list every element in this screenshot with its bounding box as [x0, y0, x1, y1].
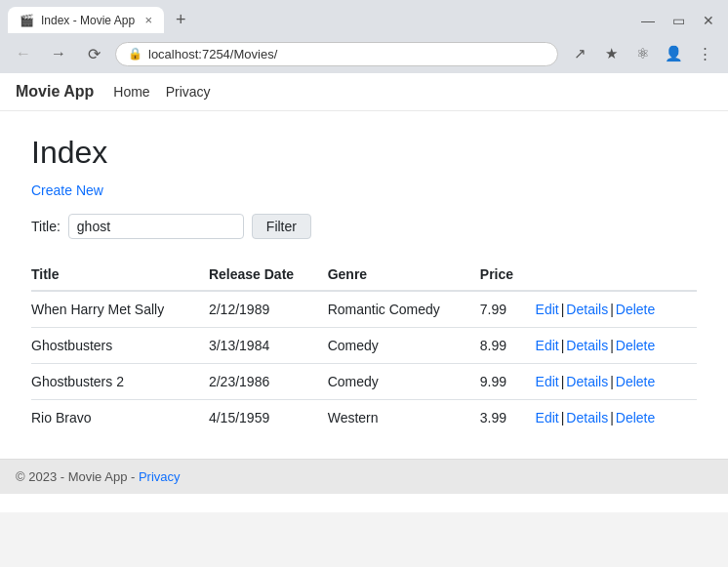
cell-genre: Comedy [328, 364, 480, 400]
cell-title: When Harry Met Sally [31, 291, 209, 328]
action-sep-1: | [561, 338, 565, 353]
footer-privacy-link[interactable]: Privacy [139, 469, 181, 484]
browser-tab: 🎬 Index - Movie App × [8, 7, 164, 33]
new-tab-button[interactable]: + [168, 6, 194, 34]
cell-genre: Western [328, 400, 480, 436]
edit-link[interactable]: Edit [536, 302, 559, 317]
footer-text: © 2023 - Movie App - [16, 469, 139, 484]
table-row: When Harry Met Sally 2/12/1989 Romantic … [31, 291, 697, 328]
address-bar[interactable]: 🔒 localhost:7254/Movies/ [115, 42, 558, 66]
action-sep-1: | [561, 410, 565, 425]
cell-release-date: 3/13/1984 [209, 328, 328, 364]
site-footer: © 2023 - Movie App - Privacy [0, 459, 728, 494]
forward-button[interactable]: → [45, 40, 72, 67]
window-controls: ― ▭ ✕ [635, 11, 720, 30]
window-close-button[interactable]: ✕ [697, 11, 720, 30]
create-new-link[interactable]: Create New [31, 182, 103, 198]
edit-link[interactable]: Edit [536, 410, 559, 425]
menu-button[interactable]: ⋮ [691, 40, 718, 67]
cell-actions: Edit | Details | Delete [536, 328, 697, 364]
share-button[interactable]: ↗ [566, 40, 593, 67]
tab-close-button[interactable]: × [144, 13, 152, 27]
cell-title: Ghostbusters 2 [31, 364, 209, 400]
action-sep-2: | [610, 410, 614, 425]
delete-link[interactable]: Delete [616, 302, 655, 317]
toolbar-icons: ↗ ★ ⚛ 👤 ⋮ [566, 40, 718, 67]
browser-toolbar: ← → ⟳ 🔒 localhost:7254/Movies/ ↗ ★ ⚛ 👤 ⋮ [0, 34, 728, 73]
details-link[interactable]: Details [566, 338, 608, 353]
details-link[interactable]: Details [566, 410, 608, 425]
action-sep-2: | [610, 374, 614, 389]
cell-release-date: 2/12/1989 [209, 291, 328, 328]
url-text: localhost:7254/Movies/ [148, 47, 546, 61]
col-header-release-date: Release Date [209, 259, 328, 291]
cell-price: 7.99 [480, 291, 536, 328]
delete-link[interactable]: Delete [616, 410, 655, 425]
title-filter-input[interactable] [68, 214, 244, 239]
cell-actions: Edit | Details | Delete [536, 400, 697, 436]
table-row: Ghostbusters 3/13/1984 Comedy 8.99 Edit … [31, 328, 697, 364]
reload-button[interactable]: ⟳ [80, 40, 107, 67]
tab-title: Index - Movie App [41, 14, 135, 27]
page-title: Index [31, 135, 697, 171]
cell-price: 8.99 [480, 328, 536, 364]
nav-link-privacy[interactable]: Privacy [166, 84, 211, 100]
action-sep-2: | [610, 338, 614, 353]
main-content: Index Create New Title: Filter Title Rel… [0, 111, 728, 459]
edit-link[interactable]: Edit [536, 374, 559, 389]
cell-price: 9.99 [480, 364, 536, 400]
cell-price: 3.99 [480, 400, 536, 436]
col-header-title: Title [31, 259, 209, 291]
browser-title-bar: 🎬 Index - Movie App × + ― ▭ ✕ [0, 0, 728, 34]
movies-table: Title Release Date Genre Price When Harr… [31, 259, 697, 435]
cell-release-date: 2/23/1986 [209, 364, 328, 400]
cell-genre: Comedy [328, 328, 480, 364]
details-link[interactable]: Details [566, 302, 608, 317]
table-row: Rio Bravo 4/15/1959 Western 3.99 Edit | … [31, 400, 697, 436]
extensions-button[interactable]: ⚛ [628, 40, 656, 67]
col-header-actions [536, 259, 697, 291]
edit-link[interactable]: Edit [536, 338, 559, 353]
cell-actions: Edit | Details | Delete [536, 364, 697, 400]
cell-genre: Romantic Comedy [328, 291, 480, 328]
window-restore-button[interactable]: ▭ [667, 11, 691, 30]
site-nav-links: Home Privacy [113, 84, 210, 100]
delete-link[interactable]: Delete [616, 374, 655, 389]
profile-button[interactable]: 👤 [660, 40, 687, 67]
col-header-genre: Genre [328, 259, 480, 291]
cell-actions: Edit | Details | Delete [536, 291, 697, 328]
site-brand: Movie App [16, 83, 94, 101]
details-link[interactable]: Details [566, 374, 608, 389]
filter-form: Title: Filter [31, 214, 697, 239]
delete-link[interactable]: Delete [616, 338, 655, 353]
filter-button[interactable]: Filter [252, 214, 311, 239]
bookmark-button[interactable]: ★ [597, 40, 625, 67]
lock-icon: 🔒 [128, 47, 142, 61]
cell-title: Ghostbusters [31, 328, 209, 364]
action-sep-1: | [561, 302, 565, 317]
table-row: Ghostbusters 2 2/23/1986 Comedy 9.99 Edi… [31, 364, 697, 400]
page-wrapper: Movie App Home Privacy Index Create New … [0, 73, 728, 512]
cell-title: Rio Bravo [31, 400, 209, 436]
browser-chrome: 🎬 Index - Movie App × + ― ▭ ✕ ← → ⟳ 🔒 lo… [0, 0, 728, 512]
nav-link-home[interactable]: Home [113, 84, 149, 100]
action-sep-1: | [561, 374, 565, 389]
filter-label: Title: [31, 219, 61, 234]
back-button[interactable]: ← [10, 40, 37, 67]
site-nav: Movie App Home Privacy [0, 73, 728, 111]
window-minimize-button[interactable]: ― [635, 11, 661, 30]
tab-favicon: 🎬 [20, 14, 33, 27]
cell-release-date: 4/15/1959 [209, 400, 328, 436]
table-header: Title Release Date Genre Price [31, 259, 697, 291]
action-sep-2: | [610, 302, 614, 317]
table-body: When Harry Met Sally 2/12/1989 Romantic … [31, 291, 697, 435]
col-header-price: Price [480, 259, 536, 291]
